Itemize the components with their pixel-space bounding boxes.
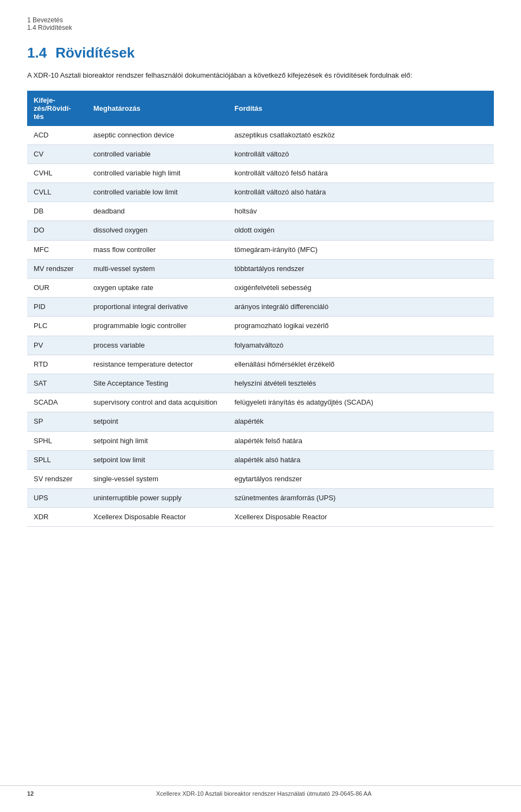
footer-page-number: 12 <box>27 790 34 797</box>
cell-abbr: SCADA <box>27 393 87 412</box>
section-heading: 1.4 Rövidítések <box>27 45 494 61</box>
cell-abbr: SAT <box>27 374 87 393</box>
cell-abbr: MFC <box>27 240 87 259</box>
table-row: DOdissolved oxygenoldott oxigén <box>27 221 494 240</box>
cell-abbr: SPLL <box>27 450 87 469</box>
cell-definition: controlled variable low limit <box>87 183 228 202</box>
cell-definition: setpoint <box>87 412 228 431</box>
cell-translation: felügyeleti irányítás és adatgyűjtés (SC… <box>228 393 494 412</box>
cell-translation: oxigénfelvételi sebesség <box>228 279 494 298</box>
cell-translation: arányos integráló differenciáló <box>228 298 494 317</box>
cell-definition: dissolved oxygen <box>87 221 228 240</box>
table-row: SPHLsetpoint high limitalapérték felső h… <box>27 431 494 450</box>
cell-abbr: ACD <box>27 126 87 145</box>
table-header-row: Kifeje-zés/Rövidí-tés Meghatározás Fordí… <box>27 91 494 126</box>
breadcrumb-line1: 1 Bevezetés <box>27 16 494 24</box>
table-row: UPSuninterruptible power supplyszünetmen… <box>27 489 494 508</box>
cell-translation: egytartályos rendszer <box>228 469 494 488</box>
cell-translation: folyamatváltozó <box>228 336 494 355</box>
cell-translation: alapérték alsó határa <box>228 450 494 469</box>
cell-translation: programozható logikai vezérlő <box>228 317 494 336</box>
cell-abbr: SPHL <box>27 431 87 450</box>
cell-abbr: PLC <box>27 317 87 336</box>
cell-definition: single-vessel system <box>87 469 228 488</box>
col-header-abbr: Kifeje-zés/Rövidí-tés <box>27 91 87 126</box>
table-row: RTDresistance temperature detectorellená… <box>27 355 494 374</box>
cell-definition: Site Acceptance Testing <box>87 374 228 393</box>
cell-translation: oldott oxigén <box>228 221 494 240</box>
cell-abbr: XDR <box>27 508 87 527</box>
col-header-translation: Fordítás <box>228 91 494 126</box>
cell-translation: kontrollált változó <box>228 144 494 163</box>
cell-definition: deadband <box>87 202 228 221</box>
cell-translation: ellenállási hőmérséklet érzékelő <box>228 355 494 374</box>
cell-definition: resistance temperature detector <box>87 355 228 374</box>
table-row: MFCmass flow controllertömegáram-irányít… <box>27 240 494 259</box>
cell-definition: controlled variable high limit <box>87 163 228 182</box>
breadcrumb: 1 Bevezetés 1.4 Rövidítések <box>27 16 494 32</box>
table-row: SPLLsetpoint low limitalapérték alsó hat… <box>27 450 494 469</box>
cell-abbr: PV <box>27 336 87 355</box>
cell-abbr: CVLL <box>27 183 87 202</box>
cell-abbr: UPS <box>27 489 87 508</box>
cell-abbr: DB <box>27 202 87 221</box>
cell-abbr: OUR <box>27 279 87 298</box>
table-row: DBdeadbandholtsáv <box>27 202 494 221</box>
cell-abbr: SV rendszer <box>27 469 87 488</box>
table-row: CVcontrolled variablekontrollált változó <box>27 144 494 163</box>
cell-translation: holtsáv <box>228 202 494 221</box>
table-row: XDRXcellerex Disposable ReactorXcellerex… <box>27 508 494 527</box>
col-header-definition: Meghatározás <box>87 91 228 126</box>
cell-definition: programmable logic controller <box>87 317 228 336</box>
table-row: SPsetpointalapérték <box>27 412 494 431</box>
cell-definition: oxygen uptake rate <box>87 279 228 298</box>
cell-definition: controlled variable <box>87 144 228 163</box>
cell-translation: alapérték felső határa <box>228 431 494 450</box>
table-row: PVprocess variablefolyamatváltozó <box>27 336 494 355</box>
cell-definition: multi-vessel system <box>87 259 228 278</box>
cell-definition: Xcellerex Disposable Reactor <box>87 508 228 527</box>
cell-abbr: RTD <box>27 355 87 374</box>
cell-definition: process variable <box>87 336 228 355</box>
table-row: CVHLcontrolled variable high limitkontro… <box>27 163 494 182</box>
cell-abbr: DO <box>27 221 87 240</box>
cell-abbr: MV rendszer <box>27 259 87 278</box>
table-row: SV rendszersingle-vessel systemegytartál… <box>27 469 494 488</box>
cell-abbr: PID <box>27 298 87 317</box>
footer-doc-title: Xcellerex XDR-10 Asztali bioreaktor rend… <box>34 790 494 797</box>
cell-translation: tömegáram-irányító (MFC) <box>228 240 494 259</box>
intro-text: A XDR-10 Asztali bioreaktor rendszer fel… <box>27 70 494 81</box>
cell-translation: kontrollált változó felső határa <box>228 163 494 182</box>
cell-translation: kontrollált változó alsó határa <box>228 183 494 202</box>
cell-definition: proportional integral derivative <box>87 298 228 317</box>
cell-definition: uninterruptible power supply <box>87 489 228 508</box>
cell-definition: mass flow controller <box>87 240 228 259</box>
table-row: SCADAsupervisory control and data acquis… <box>27 393 494 412</box>
cell-definition: supervisory control and data acquisition <box>87 393 228 412</box>
cell-definition: setpoint low limit <box>87 450 228 469</box>
cell-translation: szünetmentes áramforrás (UPS) <box>228 489 494 508</box>
table-row: SATSite Acceptance Testinghelyszíni átvé… <box>27 374 494 393</box>
abbreviations-table: Kifeje-zés/Rövidí-tés Meghatározás Fordí… <box>27 91 494 527</box>
table-row: OURoxygen uptake rateoxigénfelvételi seb… <box>27 279 494 298</box>
table-row: ACDaseptic connection deviceaszeptikus c… <box>27 126 494 145</box>
cell-abbr: SP <box>27 412 87 431</box>
table-row: CVLLcontrolled variable low limitkontrol… <box>27 183 494 202</box>
cell-translation: alapérték <box>228 412 494 431</box>
cell-translation: aszeptikus csatlakoztató eszköz <box>228 126 494 145</box>
cell-abbr: CV <box>27 144 87 163</box>
cell-definition: setpoint high limit <box>87 431 228 450</box>
section-title: Rövidítések <box>55 45 135 61</box>
table-row: PIDproportional integral derivativearány… <box>27 298 494 317</box>
page-footer: 12 Xcellerex XDR-10 Asztali bioreaktor r… <box>0 785 521 801</box>
breadcrumb-line2: 1.4 Rövidítések <box>27 24 494 32</box>
cell-abbr: CVHL <box>27 163 87 182</box>
table-row: PLCprogrammable logic controllerprogramo… <box>27 317 494 336</box>
cell-translation: helyszíni átvételi tesztelés <box>228 374 494 393</box>
cell-definition: aseptic connection device <box>87 126 228 145</box>
cell-translation: többtartályos rendszer <box>228 259 494 278</box>
table-row: MV rendszermulti-vessel systemtöbbtartál… <box>27 259 494 278</box>
cell-translation: Xcellerex Disposable Reactor <box>228 508 494 527</box>
section-number: 1.4 <box>27 45 47 61</box>
